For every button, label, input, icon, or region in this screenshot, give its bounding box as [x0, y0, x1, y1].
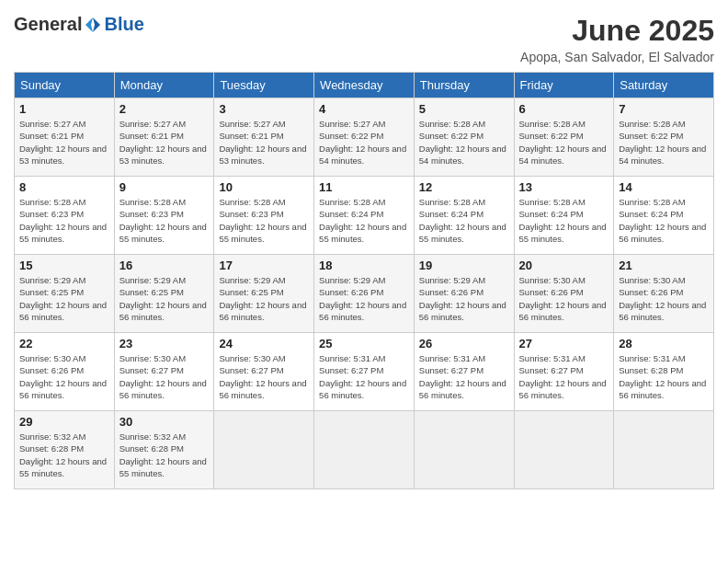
table-row: 17 Sunrise: 5:29 AM Sunset: 6:25 PM Dayl… [214, 255, 314, 333]
day-info: Sunrise: 5:31 AM Sunset: 6:28 PM Dayligh… [619, 352, 709, 401]
day-number: 28 [619, 337, 709, 350]
table-row: 23 Sunrise: 5:30 AM Sunset: 6:27 PM Dayl… [114, 333, 214, 411]
logo: General Blue [14, 14, 144, 35]
table-row: 19 Sunrise: 5:29 AM Sunset: 6:26 PM Dayl… [414, 255, 514, 333]
day-info: Sunrise: 5:30 AM Sunset: 6:26 PM Dayligh… [519, 274, 609, 323]
logo-general-text: General [14, 14, 82, 35]
table-row: 11 Sunrise: 5:28 AM Sunset: 6:24 PM Dayl… [314, 177, 415, 255]
day-info: Sunrise: 5:30 AM Sunset: 6:27 PM Dayligh… [119, 352, 210, 401]
header-friday: Friday [514, 73, 614, 98]
table-row: 29 Sunrise: 5:32 AM Sunset: 6:28 PM Dayl… [15, 411, 115, 489]
day-number: 1 [19, 102, 109, 116]
table-row: 18 Sunrise: 5:29 AM Sunset: 6:26 PM Dayl… [314, 255, 415, 333]
logo-icon [84, 16, 102, 34]
day-info: Sunrise: 5:31 AM Sunset: 6:27 PM Dayligh… [519, 352, 609, 401]
table-row: 27 Sunrise: 5:31 AM Sunset: 6:27 PM Dayl… [514, 333, 614, 411]
day-info: Sunrise: 5:32 AM Sunset: 6:28 PM Dayligh… [119, 431, 210, 479]
day-info: Sunrise: 5:27 AM Sunset: 6:21 PM Dayligh… [219, 118, 309, 167]
svg-marker-0 [93, 17, 100, 32]
svg-marker-1 [85, 17, 93, 32]
calendar-week-row: 22 Sunrise: 5:30 AM Sunset: 6:26 PM Dayl… [15, 333, 714, 411]
day-info: Sunrise: 5:28 AM Sunset: 6:23 PM Dayligh… [219, 196, 309, 245]
table-row: 20 Sunrise: 5:30 AM Sunset: 6:26 PM Dayl… [514, 255, 614, 333]
header-wednesday: Wednesday [314, 73, 415, 98]
day-number: 5 [419, 102, 509, 116]
day-info: Sunrise: 5:28 AM Sunset: 6:23 PM Dayligh… [19, 196, 109, 245]
month-year: June 2025 [520, 14, 714, 48]
day-number: 4 [319, 102, 409, 116]
day-info: Sunrise: 5:29 AM Sunset: 6:26 PM Dayligh… [419, 274, 509, 323]
day-number: 16 [119, 259, 210, 272]
table-row [614, 411, 714, 489]
day-number: 26 [419, 337, 509, 350]
location: Apopa, San Salvador, El Salvador [520, 50, 714, 64]
day-number: 6 [519, 102, 609, 116]
calendar-header-row: Sunday Monday Tuesday Wednesday Thursday… [15, 73, 714, 98]
day-info: Sunrise: 5:28 AM Sunset: 6:24 PM Dayligh… [619, 196, 709, 245]
day-info: Sunrise: 5:28 AM Sunset: 6:22 PM Dayligh… [619, 118, 709, 167]
day-info: Sunrise: 5:30 AM Sunset: 6:26 PM Dayligh… [19, 352, 109, 401]
day-number: 2 [119, 102, 210, 116]
header-tuesday: Tuesday [214, 73, 314, 98]
table-row: 2 Sunrise: 5:27 AM Sunset: 6:21 PM Dayli… [114, 98, 214, 177]
day-number: 11 [319, 180, 409, 194]
header-sunday: Sunday [15, 73, 115, 98]
day-number: 10 [219, 180, 309, 194]
day-number: 25 [319, 337, 409, 350]
day-number: 24 [219, 337, 309, 350]
day-number: 9 [119, 180, 210, 194]
day-number: 27 [519, 337, 609, 350]
header: General Blue June 2025 Apopa, San Salvad… [14, 14, 714, 64]
table-row: 8 Sunrise: 5:28 AM Sunset: 6:23 PM Dayli… [15, 177, 115, 255]
day-info: Sunrise: 5:29 AM Sunset: 6:25 PM Dayligh… [19, 274, 109, 323]
day-number: 20 [519, 259, 609, 272]
logo-blue-text: Blue [104, 14, 143, 35]
table-row: 9 Sunrise: 5:28 AM Sunset: 6:23 PM Dayli… [114, 177, 214, 255]
table-row: 22 Sunrise: 5:30 AM Sunset: 6:26 PM Dayl… [15, 333, 115, 411]
table-row [414, 411, 514, 489]
day-number: 3 [219, 102, 309, 116]
day-number: 15 [19, 259, 109, 272]
day-info: Sunrise: 5:28 AM Sunset: 6:22 PM Dayligh… [419, 118, 509, 167]
day-number: 13 [519, 180, 609, 194]
day-number: 29 [19, 415, 109, 429]
table-row: 15 Sunrise: 5:29 AM Sunset: 6:25 PM Dayl… [15, 255, 115, 333]
table-row: 10 Sunrise: 5:28 AM Sunset: 6:23 PM Dayl… [214, 177, 314, 255]
day-number: 30 [119, 415, 210, 429]
table-row [314, 411, 415, 489]
table-row: 30 Sunrise: 5:32 AM Sunset: 6:28 PM Dayl… [114, 411, 214, 489]
table-row: 14 Sunrise: 5:28 AM Sunset: 6:24 PM Dayl… [614, 177, 714, 255]
day-info: Sunrise: 5:31 AM Sunset: 6:27 PM Dayligh… [319, 352, 409, 401]
calendar-week-row: 8 Sunrise: 5:28 AM Sunset: 6:23 PM Dayli… [15, 177, 714, 255]
table-row: 13 Sunrise: 5:28 AM Sunset: 6:24 PM Dayl… [514, 177, 614, 255]
table-row [514, 411, 614, 489]
table-row: 4 Sunrise: 5:27 AM Sunset: 6:22 PM Dayli… [314, 98, 415, 177]
table-row: 5 Sunrise: 5:28 AM Sunset: 6:22 PM Dayli… [414, 98, 514, 177]
header-thursday: Thursday [414, 73, 514, 98]
table-row: 16 Sunrise: 5:29 AM Sunset: 6:25 PM Dayl… [114, 255, 214, 333]
table-row: 25 Sunrise: 5:31 AM Sunset: 6:27 PM Dayl… [314, 333, 415, 411]
calendar-week-row: 29 Sunrise: 5:32 AM Sunset: 6:28 PM Dayl… [15, 411, 714, 489]
day-info: Sunrise: 5:31 AM Sunset: 6:27 PM Dayligh… [419, 352, 509, 401]
day-number: 19 [419, 259, 509, 272]
day-info: Sunrise: 5:29 AM Sunset: 6:25 PM Dayligh… [219, 274, 309, 323]
table-row: 21 Sunrise: 5:30 AM Sunset: 6:26 PM Dayl… [614, 255, 714, 333]
table-row: 7 Sunrise: 5:28 AM Sunset: 6:22 PM Dayli… [614, 98, 714, 177]
day-info: Sunrise: 5:30 AM Sunset: 6:27 PM Dayligh… [219, 352, 309, 401]
day-info: Sunrise: 5:28 AM Sunset: 6:24 PM Dayligh… [319, 196, 409, 245]
header-monday: Monday [114, 73, 214, 98]
header-saturday: Saturday [614, 73, 714, 98]
table-row: 1 Sunrise: 5:27 AM Sunset: 6:21 PM Dayli… [15, 98, 115, 177]
day-number: 14 [619, 180, 709, 194]
table-row: 26 Sunrise: 5:31 AM Sunset: 6:27 PM Dayl… [414, 333, 514, 411]
day-info: Sunrise: 5:28 AM Sunset: 6:23 PM Dayligh… [119, 196, 210, 245]
table-row: 28 Sunrise: 5:31 AM Sunset: 6:28 PM Dayl… [614, 333, 714, 411]
day-number: 18 [319, 259, 409, 272]
day-number: 7 [619, 102, 709, 116]
day-info: Sunrise: 5:27 AM Sunset: 6:21 PM Dayligh… [119, 118, 210, 167]
day-info: Sunrise: 5:28 AM Sunset: 6:24 PM Dayligh… [419, 196, 509, 245]
day-info: Sunrise: 5:29 AM Sunset: 6:25 PM Dayligh… [119, 274, 210, 323]
title-area: June 2025 Apopa, San Salvador, El Salvad… [520, 14, 714, 64]
day-info: Sunrise: 5:30 AM Sunset: 6:26 PM Dayligh… [619, 274, 709, 323]
table-row: 24 Sunrise: 5:30 AM Sunset: 6:27 PM Dayl… [214, 333, 314, 411]
